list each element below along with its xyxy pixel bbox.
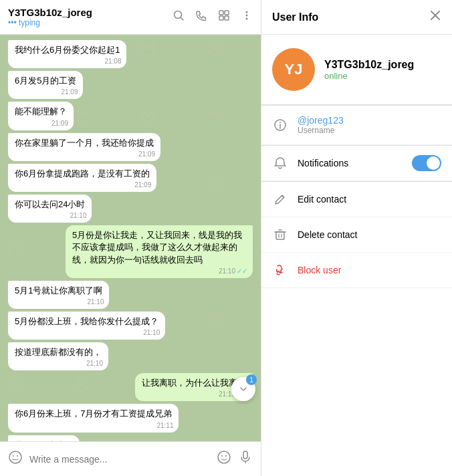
svg-point-8 <box>246 18 248 20</box>
message-bubble: 你6月25跑路了 21:11 <box>8 435 80 441</box>
message-time: 21:10 <box>86 359 103 368</box>
table-row: 5月份是你让我走，又让我回来，线是我的我不应该拿提成吗，我做了这么久才做起来的线… <box>8 225 253 278</box>
delete-contact-label: Delete contact <box>298 229 358 240</box>
layout-icon[interactable] <box>218 9 230 25</box>
user-info-title: User Info <box>272 11 318 23</box>
user-display-name: Y3TG3b10z_joreg <box>324 59 414 71</box>
edit-contact-label: Edit contact <box>298 194 346 205</box>
notifications-toggle[interactable] <box>412 155 441 171</box>
message-bubble: 你可以去问24小时 21:10 <box>8 195 92 223</box>
message-text: 你可以去问24小时 <box>15 199 85 209</box>
svg-point-9 <box>9 451 21 463</box>
username-info-row: @joreg123 Username <box>261 106 452 145</box>
bell-icon <box>272 155 288 171</box>
message-time: 21:09 <box>134 181 151 190</box>
unread-badge: 1 <box>246 374 257 385</box>
close-button[interactable] <box>429 9 441 25</box>
trash-icon <box>272 227 288 243</box>
user-online-status: online <box>324 71 414 81</box>
message-time: 21:09 <box>138 150 155 159</box>
table-row: 你可以去问24小时 21:10 <box>8 195 253 223</box>
user-details: Y3TG3b10z_joreg online <box>324 59 414 81</box>
chat-header: Y3TG3b10z_joreg ••• typing <box>0 0 261 35</box>
svg-rect-5 <box>225 16 229 20</box>
message-bubble: 按道理底薪都没有的， 21:10 <box>8 342 108 370</box>
message-text: 5月1号就让你离职了啊 <box>15 285 102 295</box>
message-text: 你6月份拿提成跑路，是没有工资的 <box>15 168 150 178</box>
message-text: 按道理底薪都没有的， <box>15 347 102 357</box>
avatar: YJ <box>272 48 315 91</box>
message-bubble: 5月1号就让你离职了啊 21:10 <box>8 281 109 309</box>
table-row: 5月份都没上班，我给你发什么提成？ 21:10 <box>8 312 253 340</box>
notifications-label: Notifications <box>298 158 403 168</box>
message-time: 21:11 <box>156 421 173 431</box>
table-row: 你6月份拿提成跑路，是没有工资的 21:09 <box>8 164 253 192</box>
message-text: 你在家里躺了一个月，我还给你提成 <box>15 138 154 148</box>
user-info-header: User Info <box>261 0 452 35</box>
emoji-icon[interactable] <box>217 450 231 468</box>
svg-rect-3 <box>225 11 229 15</box>
notifications-row: Notifications <box>261 146 452 181</box>
table-row: 你在家里躺了一个月，我还给你提成 21:09 <box>8 133 253 161</box>
message-time: 21:10 <box>70 211 86 221</box>
edit-contact-row[interactable]: Edit contact <box>261 182 452 217</box>
svg-point-7 <box>246 15 248 17</box>
search-icon[interactable] <box>173 9 185 25</box>
message-text: 我约什么6月份委父你起起1 <box>15 45 120 55</box>
read-receipt-icon: ✓✓ <box>237 267 247 276</box>
block-icon <box>272 262 288 278</box>
message-text: 你6月份来上班，7月份才有工资提成兄弟 <box>15 408 172 419</box>
table-row: 你6月份来上班，7月份才有工资提成兄弟 21:11 <box>8 404 253 432</box>
message-bubble: 你6月份拿提成跑路，是没有工资的 21:09 <box>8 164 156 192</box>
svg-rect-22 <box>276 232 284 239</box>
message-time: 21:10 <box>143 328 160 338</box>
message-bubble: 6月发5月的工资 21:09 <box>8 71 83 99</box>
chat-input-area <box>0 441 261 476</box>
message-bubble: 能不能理解？ 21:09 <box>8 102 74 130</box>
svg-point-10 <box>13 455 14 457</box>
more-options-icon[interactable] <box>241 9 253 25</box>
svg-rect-4 <box>219 16 223 20</box>
table-row: 让我离职，为什么让我离职 21:11 ✓✓ <box>8 373 253 401</box>
svg-point-12 <box>218 451 230 463</box>
chat-typing-status: ••• typing <box>8 18 92 27</box>
svg-point-0 <box>175 11 182 19</box>
message-time: 21:09 <box>51 119 68 128</box>
scroll-to-bottom-button[interactable]: 1 <box>231 377 255 401</box>
sticker-icon[interactable] <box>8 450 23 468</box>
mic-icon[interactable] <box>238 450 253 468</box>
svg-point-11 <box>17 455 18 457</box>
pencil-icon <box>272 191 288 207</box>
table-row: 我约什么6月份委父你起起1 21:08 <box>8 40 253 68</box>
username-value: @joreg123 <box>298 115 441 126</box>
svg-rect-2 <box>219 11 223 15</box>
table-row: 6月发5月的工资 21:09 <box>8 71 253 99</box>
svg-point-6 <box>246 11 248 13</box>
chat-contact-name: Y3TG3b10z_joreg <box>8 7 92 18</box>
phone-icon[interactable] <box>195 9 207 25</box>
message-time: 21:10 ✓✓ <box>219 267 247 276</box>
svg-rect-15 <box>243 451 247 459</box>
svg-line-1 <box>181 18 184 21</box>
message-text: 让我离职，为什么让我离职 <box>142 378 246 388</box>
message-input[interactable] <box>29 454 210 465</box>
message-bubble: 我约什么6月份委父你起起1 21:08 <box>8 40 126 68</box>
table-row: 按道理底薪都没有的， 21:10 <box>8 342 253 370</box>
message-text: 你6月25跑路了 <box>15 440 73 441</box>
user-profile-section: YJ Y3TG3b10z_joreg online <box>261 35 452 105</box>
svg-point-13 <box>221 455 223 457</box>
message-time: 21:10 <box>87 298 104 307</box>
chat-header-actions <box>173 9 253 25</box>
info-icon <box>272 117 288 133</box>
delete-contact-row[interactable]: Delete contact <box>261 217 452 253</box>
svg-point-14 <box>225 455 227 457</box>
message-bubble: 你6月份来上班，7月份才有工资提成兄弟 21:11 <box>8 404 179 432</box>
table-row: 你6月25跑路了 21:11 <box>8 435 253 441</box>
chat-panel: Y3TG3b10z_joreg ••• typing <box>0 0 261 476</box>
message-text: 5月份都没上班，我给你发什么提成？ <box>15 316 158 326</box>
chat-messages-container: 我约什么6月份委父你起起1 21:08 6月发5月的工资 21:09 能不能理解… <box>0 35 261 441</box>
chat-header-info: Y3TG3b10z_joreg ••• typing <box>8 7 92 27</box>
block-user-row[interactable]: Block user <box>261 253 452 288</box>
svg-point-21 <box>279 122 281 123</box>
table-row: 能不能理解？ 21:09 <box>8 102 253 130</box>
